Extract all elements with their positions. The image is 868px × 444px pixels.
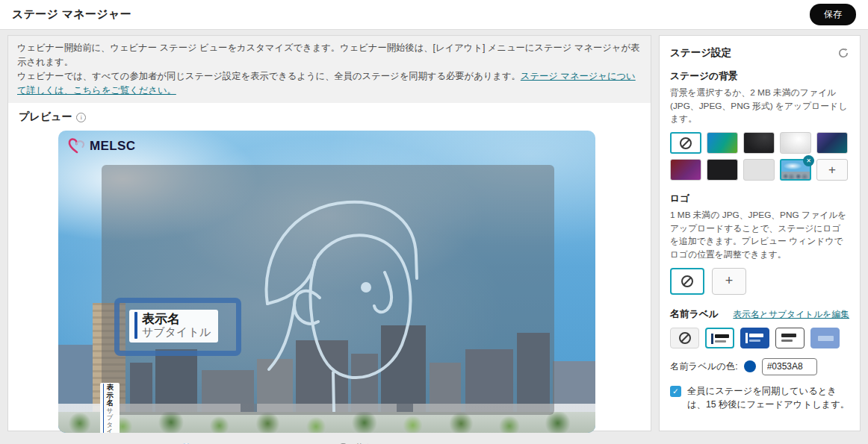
background-thumbnails: ✕ + xyxy=(670,132,851,181)
name-label-style-blue[interactable] xyxy=(740,328,769,348)
display-name-text: 表示名 xyxy=(142,312,211,326)
background-thumbnail-dark-wave[interactable] xyxy=(743,132,775,154)
name-label-style-none[interactable] xyxy=(670,328,699,348)
none-icon xyxy=(681,275,693,287)
name-label-style-white-selected[interactable] xyxy=(705,328,734,348)
preview-label-row: プレビュー i xyxy=(8,103,651,124)
brand-logo: MELSC xyxy=(67,137,136,155)
face-illustration xyxy=(261,184,456,412)
none-icon xyxy=(679,332,691,344)
logo-none-option[interactable] xyxy=(670,268,704,295)
upload-background-button[interactable]: + xyxy=(816,159,848,181)
page-header: ステージ マネージャー 保存 xyxy=(0,0,868,30)
logo-section-title: ロゴ xyxy=(670,193,849,205)
logo-section-desc: 1 MB 未満の JPG、JPEG、PNG ファイルをアップロードすることで、ス… xyxy=(670,209,849,262)
sidebar-title: ステージ設定 xyxy=(670,46,731,60)
color-label: 名前ラベルの色: xyxy=(670,360,738,373)
name-label-style-translucent[interactable] xyxy=(810,328,840,348)
fade-out-checkbox[interactable]: ✓ xyxy=(670,386,681,397)
background-thumbnail-city-selected[interactable]: ✕ xyxy=(780,159,811,181)
name-label-section-title: 名前ラベル xyxy=(670,308,719,321)
background-thumbnail-purple-teal[interactable] xyxy=(816,132,848,154)
edit-display-name-link[interactable]: 表示名とサブタイトルを編集 xyxy=(733,309,849,321)
name-label-color-row: 名前ラベルの色: xyxy=(670,358,849,375)
background-section-desc: 背景を選択するか、2 MB 未満のファイル (JPG、JPEG、PNG 形式) … xyxy=(670,87,849,126)
color-value-input[interactable] xyxy=(762,358,817,375)
name-label-accent-bar xyxy=(134,312,137,339)
heart-logo-icon xyxy=(67,137,87,155)
refresh-icon[interactable] xyxy=(837,47,849,59)
stage-settings-panel: ステージ設定 ステージの背景 背景を選択するか、2 MB 未満のファイル (JP… xyxy=(659,35,861,431)
background-thumbnail-black[interactable] xyxy=(707,159,738,181)
background-thumbnail-light-wave[interactable] xyxy=(780,132,811,154)
upload-logo-button[interactable]: + xyxy=(712,268,746,295)
fade-out-label: 全員にステージを同期しているときは、15 秒後にフェードアウトします。 xyxy=(687,384,849,412)
info-icon[interactable]: i xyxy=(76,113,86,122)
logo-options: + xyxy=(670,268,849,295)
subtitle-text: サブタイトル xyxy=(107,407,115,433)
stage-preview[interactable]: MELSC 表示名 サブタイトル 表示名 サブタイト xyxy=(58,131,595,433)
color-swatch[interactable] xyxy=(744,360,756,372)
name-label-styles xyxy=(670,328,849,348)
name-label-card[interactable]: 表示名 サブタイトル xyxy=(129,310,218,343)
name-label-drag-frame[interactable]: 表示名 サブタイトル xyxy=(114,298,241,356)
background-thumbnail-red-purple[interactable] xyxy=(670,159,701,181)
subtitle-text: サブタイトル xyxy=(142,326,211,339)
none-icon xyxy=(680,137,692,149)
page-title: ステージ マネージャー xyxy=(12,7,131,22)
background-thumbnail-gray[interactable] xyxy=(743,159,775,181)
background-section-title: ステージの背景 xyxy=(670,70,849,83)
background-none-option[interactable] xyxy=(670,132,701,154)
name-label-style-outline[interactable] xyxy=(775,328,805,348)
content-area: ウェビナー開始前に、ウェビナー ステージ ビューをカスタマイズできます。ウェビナ… xyxy=(0,30,868,431)
info-banner: ウェビナー開始前に、ウェビナー ステージ ビューをカスタマイズできます。ウェビナ… xyxy=(8,36,651,103)
name-label-accent-bar xyxy=(103,384,104,433)
fade-out-setting: ✓ 全員にステージを同期しているときは、15 秒後にフェードアウトします。 xyxy=(670,384,849,412)
banner-line1: ウェビナー開始前に、ウェビナー ステージ ビューをカスタマイズできます。ウェビナ… xyxy=(17,41,642,69)
banner-line2: ウェビナーでは、すべての参加者が同じステージ設定を表示できるように、全員のステー… xyxy=(17,69,642,98)
save-button[interactable]: 保存 xyxy=(810,4,856,25)
main-panel: ウェビナー開始前に、ウェビナー ステージ ビューをカスタマイズできます。ウェビナ… xyxy=(7,35,651,431)
skyline-trees xyxy=(58,412,595,433)
background-thumbnail-gradient-teal-green[interactable] xyxy=(707,132,738,154)
preview-title: プレビュー xyxy=(19,110,72,124)
display-name-text: 表示名 xyxy=(107,384,115,407)
brand-text: MELSC xyxy=(90,139,136,154)
remove-background-icon[interactable]: ✕ xyxy=(803,155,814,166)
